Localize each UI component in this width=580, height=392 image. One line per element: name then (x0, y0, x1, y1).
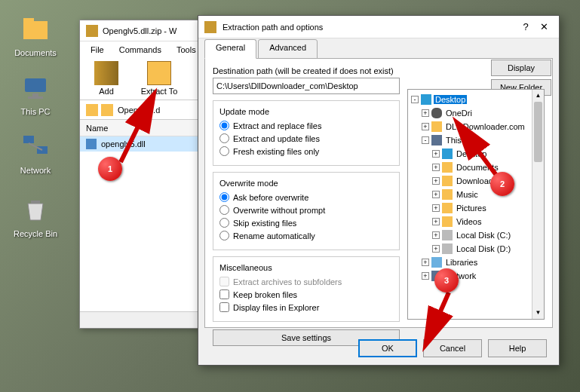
tree-node[interactable]: +Network (422, 269, 541, 283)
svg-rect-0 (23, 21, 48, 39)
archive-icon (86, 25, 98, 37)
tree-node[interactable]: +Downloads (432, 174, 541, 188)
tree-label[interactable]: Desktop (434, 95, 467, 104)
svg-rect-8 (31, 201, 40, 204)
display-button[interactable]: Display (491, 60, 551, 76)
check-keepbroken[interactable]: Keep broken files (219, 289, 393, 299)
winrar-title-text: Openglv5.dll.zip - W (103, 26, 176, 35)
tree-node[interactable]: +Local Disk (D:) (432, 242, 541, 256)
scroll-thumb[interactable] (534, 102, 542, 162)
tree-folder-icon (442, 216, 453, 227)
tree-folder-icon (431, 108, 442, 118)
tree-node[interactable]: -This PC (422, 133, 541, 147)
add-button[interactable]: Add (86, 61, 127, 96)
radio-skip-existing[interactable]: Skip existing files (219, 218, 393, 228)
tree-label[interactable]: Downloads (455, 176, 499, 185)
desktop-icon-recyclebin[interactable]: Recycle Bin (9, 194, 62, 238)
tree-expander-icon[interactable]: + (432, 218, 440, 225)
dll-icon (86, 139, 97, 149)
dialog-tabs: General Advanced (198, 38, 559, 58)
tree-expander-icon[interactable]: + (422, 123, 429, 130)
radio-overwrite-noprompt[interactable]: Overwrite without prompt (219, 205, 393, 215)
menu-commands[interactable]: Commands (112, 44, 169, 56)
tree-expander-icon[interactable]: + (432, 164, 440, 171)
tree-expander-icon[interactable]: + (422, 109, 429, 117)
tree-node[interactable]: +Music (432, 188, 541, 201)
svg-rect-3 (32, 93, 38, 96)
tree-folder-icon (442, 203, 453, 213)
tree-expander-icon[interactable]: + (432, 177, 440, 185)
tree-expander-icon[interactable]: + (422, 272, 429, 280)
tree-folder-icon (431, 121, 442, 132)
tree-node[interactable]: +Libraries (422, 256, 541, 269)
overwrite-mode-group: Overwrite mode Ask before overwrite Over… (213, 172, 400, 250)
ok-button[interactable]: OK (358, 339, 417, 357)
radio-ask-overwrite[interactable]: Ask before overwrite (219, 192, 393, 202)
tree-folder-icon (442, 189, 453, 200)
tree-scrollbar[interactable]: ▲ ▼ (532, 90, 544, 319)
tree-expander-icon[interactable]: + (432, 191, 440, 198)
help-button[interactable]: Help (488, 339, 547, 357)
radio-fresh-existing[interactable]: Fresh existing files only (219, 146, 393, 156)
destination-label: Destination path (will be created if doe… (213, 66, 400, 75)
pc-icon (20, 72, 51, 103)
close-icon[interactable]: ✕ (535, 21, 553, 32)
toolbar-label: Add (86, 87, 127, 96)
svg-rect-5 (23, 136, 34, 143)
dialog-button-row: OK Cancel Help (358, 339, 547, 357)
scroll-up-icon[interactable]: ▲ (532, 90, 544, 102)
desktop-icon-label: This PC (9, 107, 62, 116)
tab-general[interactable]: General (204, 39, 256, 59)
tree-node[interactable]: +Local Disk (C:) (432, 228, 541, 242)
tree-node[interactable]: +DLL Downloader.com (422, 120, 541, 133)
desktop-icon-documents[interactable]: Documents (9, 14, 62, 57)
update-mode-title: Update mode (216, 107, 272, 116)
scroll-down-icon[interactable]: ▼ (532, 307, 544, 319)
desktop-icon-label: Recycle Bin (9, 229, 62, 238)
tree-node[interactable]: -Desktop (411, 93, 541, 106)
menu-file[interactable]: File (83, 44, 112, 56)
radio-extract-replace[interactable]: Extract and replace files (219, 121, 393, 130)
tree-label[interactable]: Music (455, 190, 480, 199)
tree-label[interactable]: Videos (455, 217, 483, 226)
tree-expander-icon[interactable]: + (432, 231, 440, 239)
dialog-title-text: Extraction path and options (222, 23, 323, 32)
desktop-icon-thispc[interactable]: This PC (9, 72, 62, 116)
tree-label[interactable]: This PC (444, 136, 477, 145)
up-icon[interactable] (86, 104, 98, 116)
tree-expander-icon[interactable]: - (411, 96, 419, 103)
tree-expander-icon[interactable]: + (422, 259, 429, 266)
tree-node[interactable]: +OneDri (422, 106, 541, 120)
tree-expander-icon[interactable]: - (422, 136, 429, 144)
tree-folder-icon (442, 230, 453, 240)
radio-rename-auto[interactable]: Rename automatically (219, 231, 393, 240)
check-displayexplorer[interactable]: Display files in Explorer (219, 302, 393, 312)
extract-to-button[interactable]: Extract To (139, 61, 180, 96)
cancel-button[interactable]: Cancel (423, 339, 482, 357)
tree-expander-icon[interactable]: + (432, 204, 440, 212)
tree-node[interactable]: +Documents (432, 161, 541, 174)
tree-label[interactable]: OneDri (444, 109, 474, 118)
tree-label[interactable]: Documents (455, 163, 500, 172)
svg-rect-2 (25, 78, 46, 92)
tree-label[interactable]: Libraries (444, 258, 479, 267)
dialog-titlebar[interactable]: Extraction path and options ? ✕ (198, 16, 559, 38)
tree-node[interactable]: +Videos (432, 215, 541, 228)
tree-node[interactable]: +Pictures (432, 201, 541, 215)
radio-extract-update[interactable]: Extract and update files (219, 133, 393, 143)
help-icon[interactable]: ? (517, 21, 535, 32)
extract-icon (147, 61, 171, 85)
tree-expander-icon[interactable]: + (432, 245, 440, 253)
tab-advanced[interactable]: Advanced (258, 39, 318, 59)
svg-rect-1 (23, 18, 34, 23)
desktop-icon-network[interactable]: Network (9, 131, 62, 175)
destination-input[interactable] (213, 78, 400, 94)
tree-node[interactable]: +Desktop (432, 147, 541, 161)
tree-label[interactable]: Pictures (455, 204, 488, 213)
tree-expander-icon[interactable]: + (432, 150, 440, 158)
tree-label[interactable]: Local Disk (D:) (455, 244, 512, 253)
tree-label[interactable]: DLL Downloader.com (444, 122, 526, 131)
tree-label[interactable]: Desktop (455, 149, 488, 158)
tree-label[interactable]: Network (444, 271, 477, 280)
tree-label[interactable]: Local Disk (C:) (455, 231, 512, 240)
